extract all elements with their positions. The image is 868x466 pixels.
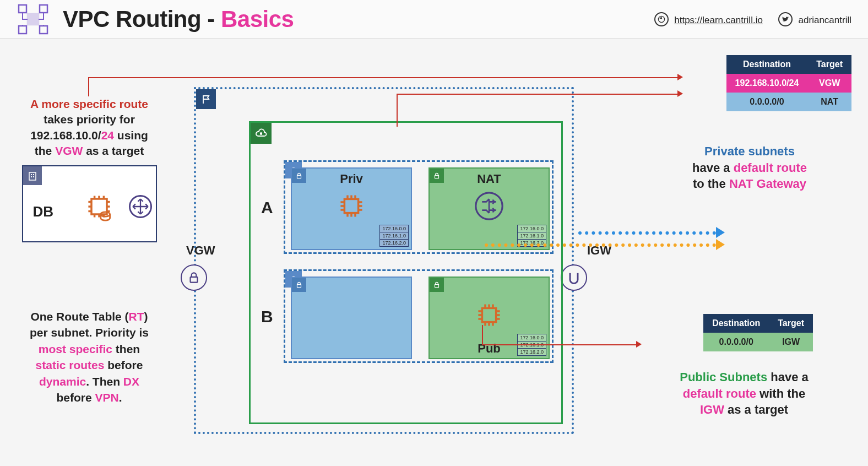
txt: before [104, 359, 143, 371]
on-prem-box: DB [22, 165, 157, 242]
route-table-public: DestinationTarget 0.0.0.0/0IGW [703, 314, 813, 351]
txt: static routes [36, 359, 105, 371]
svg-rect-4 [28, 14, 39, 25]
subnet-priv-label: Priv [292, 172, 411, 186]
txt: to the [693, 177, 729, 191]
ec2-instance-icon [336, 191, 367, 224]
connector-arrow [636, 341, 642, 348]
txt: Private subnets [704, 144, 795, 158]
direct-connect-icon [128, 194, 153, 223]
td: VGW [807, 74, 851, 93]
th-target: Target [769, 314, 813, 333]
td: NAT [807, 93, 851, 111]
th-destination: Destination [726, 55, 808, 74]
txt: as a target [83, 144, 144, 157]
txt: VPN [95, 391, 118, 404]
connector-line [482, 344, 636, 345]
twitter-handle: adriancantrill [799, 15, 851, 25]
route-table-private: DestinationTarget 192.168.10.0/24VGW 0.0… [726, 55, 851, 111]
txt: VGW [55, 144, 83, 157]
svg-rect-3 [40, 26, 47, 34]
nat-gateway-icon [474, 191, 504, 224]
igw-icon [561, 264, 587, 291]
txt: Public Subnets [680, 370, 767, 384]
txt: NAT Gateway [729, 177, 806, 191]
az-b-label: B [261, 307, 273, 326]
header-links: https://learn.cantrill.io adriancantrill [654, 12, 852, 26]
course-logo-icon [17, 3, 50, 36]
arrow-head-orange [716, 239, 725, 250]
txt: then [112, 343, 140, 355]
txt: A more specific route [30, 97, 148, 110]
svg-rect-14 [191, 277, 198, 283]
txt: IGW [700, 403, 724, 416]
txt: have a [767, 370, 809, 384]
route-table-icon: 172.16.0.0 172.16.1.0 172.16.2.0 [379, 225, 409, 247]
td: 192.168.10.0/24 [726, 74, 808, 93]
txt: 24 [101, 129, 114, 142]
txt: using [114, 129, 148, 142]
annotation-rt-priority: One Route Table (RT) per subnet. Priorit… [7, 308, 172, 405]
ec2-instance-icon [474, 300, 504, 333]
svg-rect-18 [344, 199, 358, 213]
vpc-boundary: A Priv 172.16.0.0 172.16.1.0 172.16.2.0 [249, 121, 563, 424]
subnet-public-b: Pub 172.16.0.0 172.16.1.0 172.16.2.0 [428, 277, 550, 359]
az-a-label: A [261, 198, 273, 217]
aws-account-boundary: VGW IGW A Priv [194, 87, 574, 434]
db-chip-icon [84, 191, 115, 226]
account-flag-icon [196, 89, 216, 109]
txt: with the [756, 387, 805, 400]
txt: RT [129, 310, 144, 323]
txt: the [35, 144, 55, 157]
connector-line [397, 94, 677, 95]
annotation-specific-route: A more specific route takes priority for… [7, 96, 172, 253]
annotation-private-default: Private subnets have a default route to … [648, 143, 851, 192]
txt: ) [144, 310, 148, 323]
availability-zone-a: A Priv 172.16.0.0 172.16.1.0 172.16.2.0 [284, 160, 554, 254]
building-icon [23, 166, 42, 185]
svg-rect-8 [33, 174, 34, 175]
connector-arrow [677, 90, 683, 97]
rt-row: 172.16.0.0 [518, 334, 546, 342]
svg-rect-2 [19, 26, 26, 34]
svg-rect-22 [297, 284, 301, 287]
site-link[interactable]: https://learn.cantrill.io [654, 12, 763, 26]
subnet-private-b [291, 277, 412, 359]
txt: have a [692, 161, 734, 175]
th-target: Target [807, 55, 851, 74]
txt: per subnet. Priority is [7, 324, 172, 340]
page-title: VPC Routing - Basics [63, 6, 294, 32]
txt: . [119, 391, 122, 404]
txt: . Then [86, 375, 123, 388]
connector-line [88, 77, 677, 78]
txt: default route [683, 387, 756, 400]
rt-row: 172.16.2.0 [380, 240, 408, 246]
flow-line-blue [578, 231, 716, 235]
td: 0.0.0.0/0 [703, 333, 769, 351]
header: VPC Routing - Basics https://learn.cantr… [0, 0, 868, 39]
txt: default route [734, 161, 807, 175]
subnet-private-a: Priv 172.16.0.0 172.16.1.0 172.16.2.0 [291, 167, 412, 250]
compass-icon [654, 12, 669, 26]
svg-rect-23 [435, 284, 439, 287]
svg-rect-7 [31, 174, 32, 175]
diagram-stage: A more specific route takes priority for… [0, 39, 868, 466]
connector-line [482, 325, 483, 344]
twitter-link[interactable]: adriancantrill [778, 12, 851, 26]
svg-rect-6 [29, 172, 36, 180]
txt: before [56, 391, 95, 404]
connector-arrow [677, 74, 683, 80]
subnet-public-a: NAT 172.16.0.0 172.16.1.0 172.16.2.0 [428, 167, 550, 250]
vgw-label: VGW [186, 243, 215, 258]
txt: takes priority for [44, 113, 135, 126]
svg-rect-9 [31, 176, 32, 177]
td: IGW [769, 333, 813, 351]
rt-row: 172.16.1.0 [518, 232, 546, 240]
td: 0.0.0.0/0 [726, 93, 808, 111]
txt: One Route Table ( [30, 310, 128, 323]
rt-row: 172.16.2.0 [518, 349, 546, 355]
site-link-text[interactable]: https://learn.cantrill.io [674, 15, 763, 25]
svg-rect-0 [19, 5, 26, 13]
arrow-head-blue [716, 227, 725, 238]
db-label: DB [33, 202, 54, 221]
